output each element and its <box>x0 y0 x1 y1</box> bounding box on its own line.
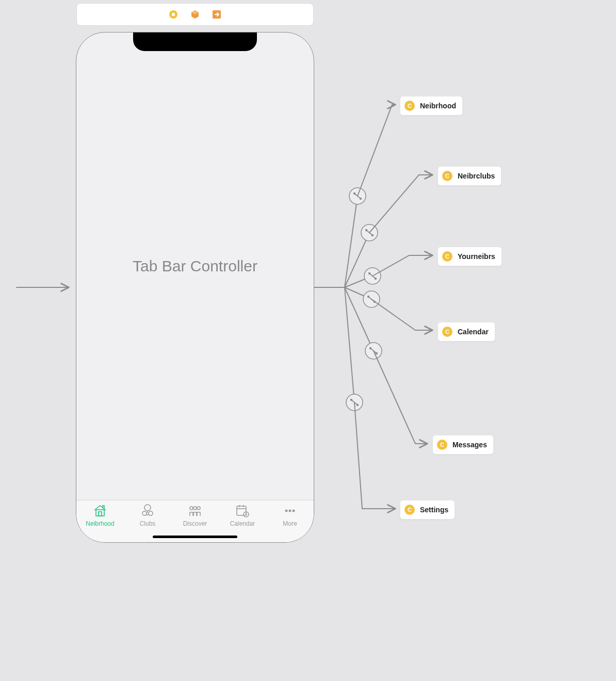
svg-point-16 <box>197 507 200 510</box>
svg-point-11 <box>144 505 151 511</box>
house-icon <box>92 504 108 518</box>
segue-node-neibrclubs[interactable]: C Neibrclubs <box>437 166 501 186</box>
viewcontroller-icon: C <box>442 327 452 337</box>
tab-label: More <box>283 520 297 527</box>
scene-icon[interactable] <box>190 9 200 20</box>
segue-node-neibrhood[interactable]: C Neibrhood <box>400 96 463 116</box>
clubs-icon <box>140 504 155 518</box>
svg-point-15 <box>193 507 197 510</box>
segue-label: Settings <box>420 506 448 514</box>
svg-point-22 <box>285 510 288 512</box>
discover-icon <box>187 504 203 518</box>
tab-label: Discover <box>183 520 207 527</box>
segue-label: Messages <box>452 441 487 449</box>
svg-point-12 <box>142 511 147 515</box>
segue-node-calendar[interactable]: C Calendar <box>437 322 495 342</box>
viewcontroller-icon: C <box>442 171 452 181</box>
scene-toolbar[interactable] <box>76 3 314 26</box>
svg-rect-10 <box>99 512 102 516</box>
segue-node-yourneibrs[interactable]: C Yourneibrs <box>437 247 502 266</box>
svg-point-13 <box>149 511 153 515</box>
storyboard-entry-icon[interactable] <box>168 9 179 20</box>
svg-rect-7 <box>172 13 175 16</box>
segue-label: Neibrhood <box>420 102 456 110</box>
svg-rect-9 <box>96 510 104 516</box>
viewcontroller-icon: C <box>404 505 415 515</box>
segue-label: Yourneibrs <box>458 252 495 261</box>
svg-point-23 <box>289 510 291 512</box>
more-icon <box>282 504 298 518</box>
tab-label: Calendar <box>230 520 255 527</box>
tab-discover[interactable]: Discover <box>171 504 219 530</box>
scene-title: Tab Bar Controller <box>76 33 314 500</box>
viewcontroller-icon: C <box>437 440 447 450</box>
tab-label: Neibrhood <box>86 520 114 527</box>
tab-label: Clubs <box>140 520 156 527</box>
viewcontroller-icon: C <box>442 251 452 262</box>
viewcontroller-icon: C <box>404 101 415 111</box>
segue-node-messages[interactable]: C Messages <box>432 435 494 455</box>
exit-icon[interactable] <box>212 9 222 20</box>
tab-clubs[interactable]: Clubs <box>124 504 171 530</box>
device-frame: Tab Bar Controller Neibrhood <box>76 32 314 543</box>
tab-calendar[interactable]: Calendar <box>219 504 266 530</box>
home-indicator <box>153 536 237 538</box>
svg-rect-17 <box>237 506 246 515</box>
tab-neibrhood[interactable]: Neibrhood <box>76 504 124 530</box>
segue-node-settings[interactable]: C Settings <box>400 500 455 520</box>
svg-point-24 <box>293 510 295 512</box>
tab-more[interactable]: More <box>266 504 314 530</box>
calendar-icon <box>235 504 250 518</box>
segue-label: Calendar <box>458 328 489 336</box>
segue-label: Neibrclubs <box>458 172 495 180</box>
svg-point-14 <box>190 507 193 510</box>
